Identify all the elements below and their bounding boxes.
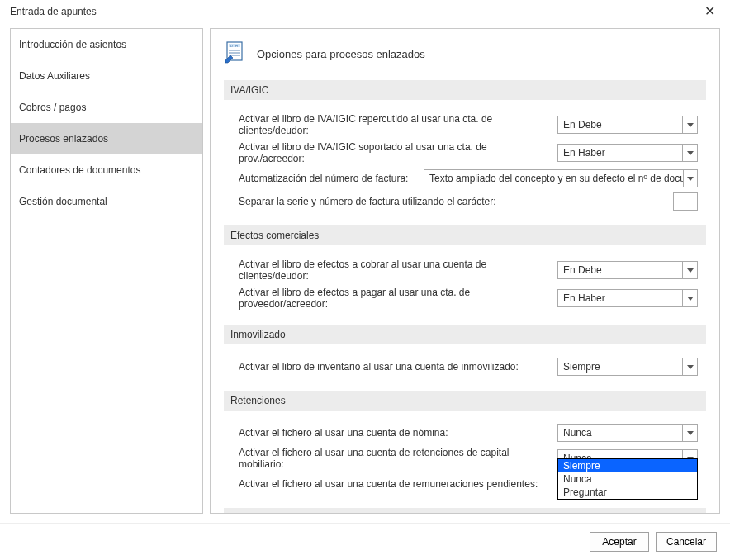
automatizacion-factura-label: Automatización del número de factura: (239, 173, 420, 184)
dropdown-option-preguntar[interactable]: Preguntar (558, 486, 697, 499)
iva-repercutido-select[interactable]: En Debe (557, 116, 698, 134)
page-title: Opciones para procesos enlazados (257, 48, 425, 60)
inmov-inventario-label: Activar el libro de inventario al usar u… (239, 361, 554, 373)
section-efectos-header: Efectos comerciales (224, 225, 706, 245)
chevron-down-icon (682, 145, 697, 161)
ret-nomina-select[interactable]: Nunca (557, 424, 698, 442)
close-icon[interactable]: ✕ (699, 3, 720, 20)
efectos-pagar-label: Activar el libro de efectos a pagar al u… (239, 287, 554, 310)
section-iva-header: IVA/IGIC (224, 80, 706, 100)
inmov-inventario-select[interactable]: Siempre (557, 358, 698, 376)
chevron-down-icon (682, 262, 697, 278)
sidebar-item-procesos-enlazados[interactable]: Procesos enlazados (11, 123, 202, 154)
iva-soportado-select[interactable]: En Haber (557, 144, 698, 162)
cancel-button[interactable]: Cancelar (656, 532, 717, 552)
sidebar-item-gestion-documental[interactable]: Gestión documental (11, 186, 202, 217)
chevron-down-icon (682, 358, 697, 375)
chevron-down-icon (682, 116, 697, 133)
sidebar: Introducción de asientos Datos Auxiliare… (10, 28, 203, 514)
separar-serie-input[interactable] (673, 192, 698, 211)
section-anticipos-header: Anticipos (224, 508, 706, 514)
accept-button[interactable]: Aceptar (590, 532, 649, 552)
section-inmov-header: Inmovilizado (224, 325, 706, 344)
dropdown-option-siempre[interactable]: Siempre (558, 459, 697, 472)
sidebar-item-intro-asientos[interactable]: Introducción de asientos (11, 29, 202, 60)
efectos-cobrar-label: Activar el libro de efectos a cobrar al … (239, 259, 554, 282)
chevron-down-icon (683, 170, 697, 187)
window-title: Entrada de apuntes (10, 6, 97, 17)
sidebar-item-contadores-documentos[interactable]: Contadores de documentos (11, 154, 202, 186)
dropdown-option-nunca[interactable]: Nunca (558, 472, 697, 486)
chevron-down-icon (682, 425, 697, 441)
chevron-down-icon (682, 290, 697, 306)
sidebar-item-datos-auxiliares[interactable]: Datos Auxiliares (11, 60, 202, 92)
document-icon: D H (224, 40, 247, 67)
svg-text:D: D (230, 44, 233, 48)
iva-soportado-label: Activar el libro de IVA/IGIC soportado a… (239, 141, 554, 164)
ret-capital-dropdown[interactable]: Siempre Nunca Preguntar (557, 458, 698, 500)
efectos-cobrar-select[interactable]: En Debe (557, 261, 698, 279)
separar-serie-label: Separar la serie y número de factura uti… (239, 196, 496, 207)
svg-text:H: H (235, 44, 238, 48)
dialog-footer: Aceptar Cancelar (0, 523, 730, 560)
ret-remuneraciones-label: Activar el fichero al usar una cuenta de… (239, 478, 554, 490)
efectos-pagar-select[interactable]: En Haber (557, 289, 698, 307)
section-ret-header: Retenciones (224, 391, 706, 411)
sidebar-item-cobros-pagos[interactable]: Cobros / pagos (11, 92, 202, 123)
iva-repercutido-label: Activar el libro de IVA/IGIC repercutido… (239, 113, 554, 136)
main-panel: D H Opciones para procesos enlazados IVA… (210, 28, 720, 514)
ret-nomina-label: Activar el fichero al usar una cuenta de… (239, 427, 554, 439)
ret-capital-label: Activar el fichero al usar una cuenta de… (239, 447, 554, 470)
automatizacion-factura-select[interactable]: Texto ampliado del concepto y en su defe… (424, 169, 698, 187)
